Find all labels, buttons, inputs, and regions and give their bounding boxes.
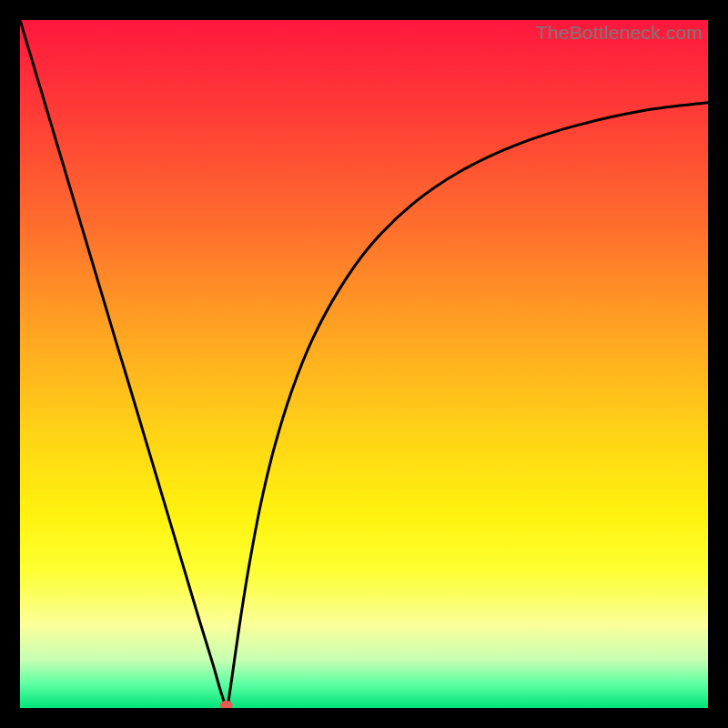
bottleneck-chart (20, 20, 708, 708)
watermark-text: TheBottleneck.com (536, 22, 703, 44)
chart-frame: TheBottleneck.com (20, 20, 708, 708)
